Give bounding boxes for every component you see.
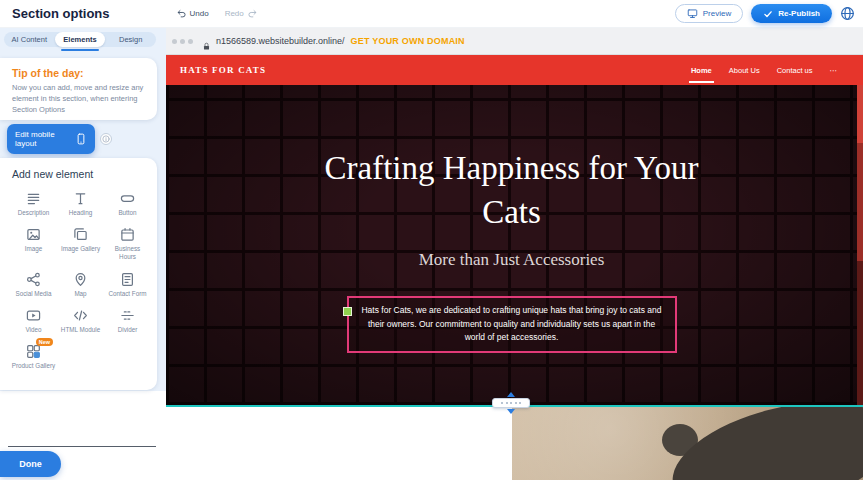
element-tile-label: Image — [25, 245, 43, 253]
globe-icon[interactable] — [840, 6, 855, 21]
element-tile-image[interactable]: Image — [10, 225, 57, 261]
map-icon — [73, 272, 88, 287]
hero-paragraph: Hats for Cats, we are dedicated to craft… — [361, 305, 661, 342]
hero-subtitle[interactable]: More than Just Accessories — [166, 250, 857, 270]
tip-card: Tip of the day: Now you can add, move an… — [0, 58, 157, 120]
element-tile-label: Heading — [69, 209, 92, 217]
tab-ai-content[interactable]: AI Content — [4, 32, 55, 47]
republish-label: Re-Publish — [778, 9, 820, 18]
nav-item-about-us[interactable]: About Us — [729, 66, 760, 75]
element-tile-label: Contact Form — [108, 290, 146, 298]
mobile-phone-icon — [75, 132, 87, 146]
element-tile-label: Button — [118, 209, 136, 217]
element-tile-social-media[interactable]: Social Media — [10, 270, 57, 298]
browser-dot — [180, 39, 185, 44]
image-icon — [26, 227, 41, 242]
tab-design[interactable]: Design — [105, 32, 156, 47]
add-element-panel: Add new element Description Heading Butt… — [0, 158, 157, 390]
sidebar: AI ContentElementsDesign Tip of the day:… — [0, 28, 166, 480]
history-controls: Undo Redo — [176, 8, 258, 19]
preview-label: Preview — [703, 9, 731, 18]
image-gallery-icon — [73, 227, 88, 242]
get-domain-link[interactable]: GET YOUR OWN DOMAIN — [351, 36, 465, 46]
element-tile-product-gallery[interactable]: New Product Gallery — [10, 342, 57, 370]
selection-handle[interactable] — [343, 307, 352, 316]
browser-dot — [188, 39, 193, 44]
heading-icon — [73, 191, 88, 206]
resize-down-arrow-icon — [507, 409, 515, 414]
element-tile-contact-form[interactable]: Contact Form — [104, 270, 151, 298]
nav-item-contact-us[interactable]: Contact us — [777, 66, 813, 75]
site-nav: HomeAbout UsContact us⋯ — [691, 66, 837, 75]
element-tile-label: HTML Module — [61, 326, 100, 334]
tab-elements[interactable]: Elements — [55, 32, 106, 47]
republish-button[interactable]: Re-Publish — [751, 4, 832, 23]
drag-grip[interactable] — [492, 398, 530, 408]
element-tile-label: Business Hours — [106, 245, 150, 261]
info-icon[interactable] — [100, 133, 112, 145]
hero-section[interactable]: Crafting Happiness for Your Cats More th… — [166, 85, 857, 405]
preview-button[interactable]: Preview — [675, 4, 743, 23]
element-tile-heading[interactable]: Heading — [57, 189, 104, 217]
tip-body: Now you can add, move and resize any ele… — [12, 83, 145, 116]
sidebar-divider — [8, 446, 156, 447]
element-tile-label: Product Gallery — [12, 362, 55, 370]
redo-button[interactable]: Redo — [225, 8, 258, 19]
button-icon — [120, 191, 135, 206]
monitor-icon — [687, 8, 698, 19]
next-section — [166, 407, 863, 480]
business-hours-icon — [120, 227, 135, 242]
video-icon — [26, 308, 41, 323]
sidebar-tabs: AI ContentElementsDesign — [4, 32, 156, 47]
hero-text-box[interactable]: Hats for Cats, we are dedicated to craft… — [347, 296, 677, 353]
site-header: HATS FOR CATS HomeAbout UsContact us⋯ — [166, 55, 863, 85]
element-tile-label: Map — [74, 290, 86, 298]
done-button[interactable]: Done — [0, 451, 61, 477]
section-resize-handle[interactable] — [491, 392, 531, 414]
element-tile-label: Divider — [118, 326, 138, 334]
edit-mobile-label: Edit mobile layout — [15, 130, 75, 148]
divider-icon — [120, 308, 135, 323]
resize-up-arrow-icon — [507, 392, 515, 397]
element-tile-label: Social Media — [15, 290, 51, 298]
redo-label: Redo — [225, 9, 244, 18]
edit-mobile-layout-button[interactable]: Edit mobile layout — [7, 124, 95, 154]
cat-photo — [512, 407, 863, 480]
site-logo[interactable]: HATS FOR CATS — [180, 65, 266, 75]
site-url: n1566589.websitebuilder.online/ — [216, 36, 345, 46]
redo-icon — [247, 8, 258, 19]
element-tile-divider[interactable]: Divider — [104, 306, 151, 334]
site-scroll-strip[interactable] — [857, 85, 863, 405]
add-element-title: Add new element — [12, 168, 151, 180]
undo-button[interactable]: Undo — [176, 8, 209, 19]
site-canvas: n1566589.websitebuilder.online/ GET YOUR… — [166, 28, 863, 480]
topbar: Section options Undo Redo Preview Re-Pub… — [0, 0, 863, 28]
product-gallery-icon — [26, 344, 41, 359]
html-module-icon — [73, 308, 88, 323]
undo-icon — [176, 8, 187, 19]
new-badge: New — [36, 338, 53, 347]
info-glyph — [102, 135, 110, 143]
element-tile-html-module[interactable]: HTML Module — [57, 306, 104, 334]
browser-bar: n1566589.websitebuilder.online/ GET YOUR… — [166, 28, 863, 55]
contact-form-icon — [120, 272, 135, 287]
element-tile-image-gallery[interactable]: Image Gallery — [57, 225, 104, 261]
element-tile-video[interactable]: Video — [10, 306, 57, 334]
element-tile-description[interactable]: Description — [10, 189, 57, 217]
element-tile-label: Image Gallery — [61, 245, 100, 253]
check-icon — [763, 9, 773, 19]
social-media-icon — [26, 272, 41, 287]
nav-item-more[interactable]: ⋯ — [830, 66, 838, 75]
nav-item-home[interactable]: Home — [691, 66, 712, 75]
description-icon — [26, 191, 41, 206]
hero-title[interactable]: Crafting Happiness for Your Cats — [297, 147, 727, 234]
browser-dots — [172, 39, 193, 44]
lock-icon — [202, 37, 211, 46]
element-tile-label: Video — [26, 326, 42, 334]
browser-dot — [172, 39, 177, 44]
page-title: Section options — [12, 6, 110, 21]
element-tile-map[interactable]: Map — [57, 270, 104, 298]
element-tile-business-hours[interactable]: Business Hours — [104, 225, 151, 261]
element-tile-button[interactable]: Button — [104, 189, 151, 217]
undo-label: Undo — [190, 9, 209, 18]
